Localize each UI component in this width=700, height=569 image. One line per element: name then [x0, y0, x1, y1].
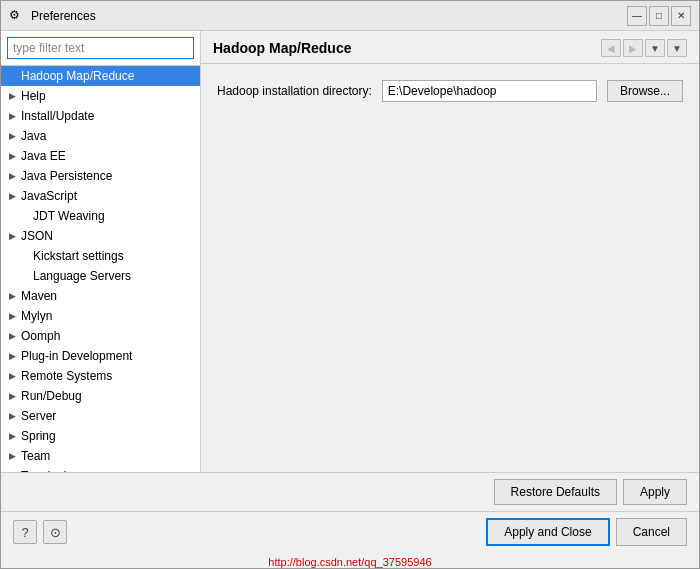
bottom-right-buttons: Apply and Close Cancel: [486, 518, 687, 546]
tree-item-install-update[interactable]: ▶Install/Update: [1, 106, 200, 126]
tree-item-language-servers[interactable]: Language Servers: [1, 266, 200, 286]
tree-item-label: Java Persistence: [21, 169, 112, 183]
minimize-button[interactable]: —: [627, 6, 647, 26]
chevron-icon: ▶: [9, 311, 19, 321]
bottom-left-icons: ? ⊙: [13, 520, 67, 544]
apply-button[interactable]: Apply: [623, 479, 687, 505]
right-header: Hadoop Map/Reduce ◀ ▶ ▼ ▼: [201, 31, 699, 64]
bottom-bar: Restore Defaults Apply ? ⊙ Apply and Clo…: [1, 472, 699, 568]
chevron-icon: ▶: [9, 111, 19, 121]
right-panel: Hadoop Map/Reduce ◀ ▶ ▼ ▼ Hadoop install…: [201, 31, 699, 472]
chevron-icon: ▶: [9, 331, 19, 341]
tree-item-label: Plug-in Development: [21, 349, 132, 363]
circle-icon: ⊙: [50, 525, 61, 540]
chevron-icon: ▶: [9, 371, 19, 381]
restore-apply-row: Restore Defaults Apply: [1, 473, 699, 511]
tree-item-java-persistence[interactable]: ▶Java Persistence: [1, 166, 200, 186]
tree-item-label: Help: [21, 89, 46, 103]
preferences-window: ⚙ Preferences — □ ✕ Hadoop Map/Reduce▶He…: [0, 0, 700, 569]
tree-item-label: Maven: [21, 289, 57, 303]
right-panel-title: Hadoop Map/Reduce: [213, 40, 351, 56]
title-buttons: — □ ✕: [627, 6, 691, 26]
tree-item-javascript[interactable]: ▶JavaScript: [1, 186, 200, 206]
chevron-icon: ▶: [9, 131, 19, 141]
back-button[interactable]: ◀: [601, 39, 621, 57]
apply-and-close-button[interactable]: Apply and Close: [486, 518, 609, 546]
hadoop-dir-label: Hadoop installation directory:: [217, 84, 372, 98]
tree-item-jdt-weaving[interactable]: JDT Weaving: [1, 206, 200, 226]
tree-item-label: Run/Debug: [21, 389, 82, 403]
tree-item-label: Remote Systems: [21, 369, 112, 383]
left-panel: Hadoop Map/Reduce▶Help▶Install/Update▶Ja…: [1, 31, 201, 472]
watermark: http://blog.csdn.net/qq_37595946: [1, 554, 699, 568]
tree-item-help[interactable]: ▶Help: [1, 86, 200, 106]
tree-item-label: Hadoop Map/Reduce: [21, 69, 134, 83]
tree-item-plugin-development[interactable]: ▶Plug-in Development: [1, 346, 200, 366]
tree-item-mylyn[interactable]: ▶Mylyn: [1, 306, 200, 326]
tree-item-json[interactable]: ▶JSON: [1, 226, 200, 246]
form-row: Hadoop installation directory: Browse...: [217, 80, 683, 102]
help-icon-button[interactable]: ?: [13, 520, 37, 544]
tree-item-label: Java EE: [21, 149, 66, 163]
tree-item-label: Install/Update: [21, 109, 94, 123]
nav-menu-button[interactable]: ▼: [667, 39, 687, 57]
main-content: Hadoop Map/Reduce▶Help▶Install/Update▶Ja…: [1, 31, 699, 472]
search-input[interactable]: [7, 37, 194, 59]
tree-item-remote-systems[interactable]: ▶Remote Systems: [1, 366, 200, 386]
question-icon: ?: [21, 525, 28, 540]
chevron-icon: ▶: [9, 291, 19, 301]
chevron-icon: ▶: [9, 151, 19, 161]
tree-item-maven[interactable]: ▶Maven: [1, 286, 200, 306]
tree-item-kickstart-settings[interactable]: Kickstart settings: [1, 246, 200, 266]
tree-item-label: Language Servers: [33, 269, 131, 283]
chevron-icon: ▶: [9, 191, 19, 201]
chevron-icon: ▶: [9, 91, 19, 101]
title-bar-left: ⚙ Preferences: [9, 8, 96, 24]
tree-item-java-ee[interactable]: ▶Java EE: [1, 146, 200, 166]
restore-defaults-button[interactable]: Restore Defaults: [494, 479, 617, 505]
nav-dropdown-button[interactable]: ▼: [645, 39, 665, 57]
tree-item-team[interactable]: ▶Team: [1, 446, 200, 466]
cancel-button[interactable]: Cancel: [616, 518, 687, 546]
nav-buttons: ◀ ▶ ▼ ▼: [601, 39, 687, 57]
window-title: Preferences: [31, 9, 96, 23]
bottom-main-row: ? ⊙ Apply and Close Cancel: [1, 511, 699, 554]
tree-item-label: JDT Weaving: [33, 209, 105, 223]
title-bar: ⚙ Preferences — □ ✕: [1, 1, 699, 31]
tree-item-label: Kickstart settings: [33, 249, 124, 263]
tree-item-oomph[interactable]: ▶Oomph: [1, 326, 200, 346]
chevron-icon: ▶: [9, 171, 19, 181]
hadoop-dir-input[interactable]: [382, 80, 597, 102]
tree-item-server[interactable]: ▶Server: [1, 406, 200, 426]
chevron-icon: ▶: [9, 391, 19, 401]
tree-item-label: JavaScript: [21, 189, 77, 203]
tree-item-label: Team: [21, 449, 50, 463]
search-box: [1, 31, 200, 66]
chevron-icon: ▶: [9, 231, 19, 241]
tree-item-label: Mylyn: [21, 309, 52, 323]
tree-item-spring[interactable]: ▶Spring: [1, 426, 200, 446]
tree-area: Hadoop Map/Reduce▶Help▶Install/Update▶Ja…: [1, 66, 200, 472]
chevron-icon: ▶: [9, 411, 19, 421]
browse-button[interactable]: Browse...: [607, 80, 683, 102]
right-body: Hadoop installation directory: Browse...: [201, 64, 699, 472]
circle-icon-button[interactable]: ⊙: [43, 520, 67, 544]
tree-item-label: Java: [21, 129, 46, 143]
app-icon: ⚙: [9, 8, 25, 24]
tree-item-label: Server: [21, 409, 56, 423]
maximize-button[interactable]: □: [649, 6, 669, 26]
chevron-icon: ▶: [9, 451, 19, 461]
tree-item-java[interactable]: ▶Java: [1, 126, 200, 146]
tree-item-label: Spring: [21, 429, 56, 443]
tree-item-label: Oomph: [21, 329, 60, 343]
tree-item-hadoop[interactable]: Hadoop Map/Reduce: [1, 66, 200, 86]
close-button[interactable]: ✕: [671, 6, 691, 26]
tree-item-run-debug[interactable]: ▶Run/Debug: [1, 386, 200, 406]
forward-button[interactable]: ▶: [623, 39, 643, 57]
chevron-icon: ▶: [9, 431, 19, 441]
chevron-icon: ▶: [9, 351, 19, 361]
tree-item-label: JSON: [21, 229, 53, 243]
